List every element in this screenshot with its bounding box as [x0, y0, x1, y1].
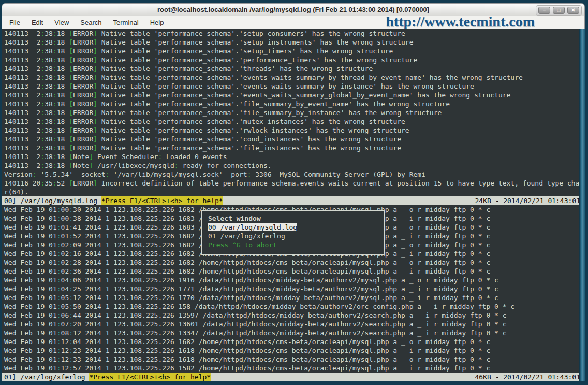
- dialog-abort-hint: Press ^G to abort: [208, 240, 384, 249]
- pane-label: 00] /var/log/mysqld.log: [4, 196, 101, 205]
- log-line: 140113 2:38:18 [ERROR] Native table 'per…: [4, 108, 585, 117]
- maximize-icon: □: [557, 7, 560, 13]
- log-line: 140113 2:38:18 [ERROR] Native table 'per…: [4, 135, 585, 144]
- close-button[interactable]: ✕: [567, 7, 579, 14]
- mysqld-status-bar: 00] /var/log/mysqld.log *Press F1/<CTRL>…: [2, 196, 585, 205]
- log-line: 140116 20:35:52 [ERROR] Incorrect defini…: [4, 179, 585, 188]
- maximize-button[interactable]: □: [553, 7, 565, 14]
- log-line: Wed Feb 19 01:12:33 2014 1 123.108.225.2…: [4, 355, 585, 364]
- log-line: 140113 2:38:18 [ERROR] Native table 'per…: [4, 91, 585, 99]
- log-line: 140113 2:38:18 [ERROR] Native table 'per…: [4, 47, 585, 55]
- dialog-item-xferlog[interactable]: 01 /var/log/xferlog: [208, 232, 384, 240]
- menu-item-help[interactable]: Help: [150, 19, 164, 26]
- log-line: 140113 2:38:18 [ERROR] Native table 'per…: [4, 126, 585, 135]
- log-line: Wed Feb 19 01:12:23 2014 1 123.108.225.2…: [4, 346, 585, 355]
- log-line: Wed Feb 19 01:04:25 2014 1 123.108.225.2…: [4, 284, 585, 293]
- log-line: 140113 2:38:18 [ERROR] Native table 'per…: [4, 117, 585, 126]
- tecmint-watermark: http://www.tecmint.com: [386, 13, 535, 30]
- log-line: 140113 2:38:18 [ERROR] Native table 'per…: [4, 55, 585, 64]
- selected-item-label: 00 /var/log/mysqld.log: [208, 223, 297, 231]
- log-line: r(64).: [4, 188, 585, 196]
- log-line: Wed Feb 19 01:08:12 2014 1 123.108.225.2…: [4, 329, 585, 337]
- log-line: 140113 2:38:18 [ERROR] Native table 'per…: [4, 99, 585, 108]
- xferlog-status-bar: 01] /var/log/xferlog *Press F1/<CTRL>+<h…: [2, 373, 585, 381]
- dialog-item-mysqld[interactable]: 00 /var/log/mysqld.log: [208, 223, 384, 232]
- log-line: Wed Feb 19 01:05:12 2014 1 123.108.225.2…: [4, 293, 585, 302]
- file-size-timestamp: 46KB - 2014/02/21 01:43:01: [475, 373, 581, 381]
- menu-item-edit[interactable]: Edit: [32, 19, 43, 26]
- window-controls: – □ ✕: [536, 5, 582, 16]
- minimize-button[interactable]: –: [538, 7, 550, 14]
- desktop-background: { "window": { "title": "root@localhost.l…: [0, 0, 588, 385]
- log-line: 140113 2:38:18 [Note] Event Scheduler: L…: [4, 152, 585, 161]
- terminal: 140113 2:38:18 [ERROR] Native table 'per…: [2, 29, 585, 381]
- dialog-title: Select window: [208, 214, 384, 223]
- log-line: Wed Feb 19 01:05:50 2014 1 123.108.225.2…: [4, 302, 585, 311]
- log-line: Wed Feb 19 01:02:36 2014 1 123.108.225.2…: [4, 267, 585, 276]
- log-line: 140113 2:38:18 [ERROR] Native table 'per…: [4, 73, 585, 82]
- log-line: 140113 2:38:18 [ERROR] Native table 'per…: [4, 82, 585, 91]
- mysqld-log-pane: 140113 2:38:18 [ERROR] Native table 'per…: [2, 29, 585, 196]
- log-line: Wed Feb 19 01:12:04 2014 1 123.108.225.2…: [4, 337, 585, 346]
- pane-label: 01] /var/log/xferlog: [4, 373, 89, 381]
- menu-item-terminal[interactable]: Terminal: [113, 19, 139, 26]
- log-line: 140113 2:38:18 [ERROR] Native table 'per…: [4, 29, 585, 38]
- menu-bar: File Edit View Search Terminal Help http…: [2, 16, 585, 29]
- log-line: Wed Feb 19 01:06:44 2014 1 123.108.225.2…: [4, 311, 585, 320]
- menu-item-view[interactable]: View: [54, 19, 69, 26]
- help-hint-badge: *Press F1/<CTRL>+<h> for help*: [89, 373, 211, 381]
- item-label: 01 /var/log/xferlog: [208, 232, 285, 240]
- minimize-icon: –: [543, 7, 546, 13]
- log-line: 140113 2:38:18 [ERROR] Native table 'per…: [4, 64, 585, 73]
- log-line: 140113 2:38:18 [ERROR] Native table 'per…: [4, 144, 585, 152]
- menu-item-search[interactable]: Search: [80, 19, 101, 26]
- close-icon: ✕: [571, 7, 575, 13]
- window-title: root@localhost.localdomain /var/log/mysq…: [157, 6, 429, 13]
- log-line: 140113 2:38:18 [Note] /usr/libexec/mysql…: [4, 161, 585, 170]
- help-hint-badge: *Press F1/<CTRL>+<h> for help*: [101, 196, 223, 205]
- window-border-right: [579, 29, 585, 381]
- file-size-timestamp: 24KB - 2014/02/21 01:43:01: [475, 196, 581, 205]
- log-line: Wed Feb 19 01:02:28 2014 1 123.108.225.2…: [4, 258, 585, 267]
- menu-item-file[interactable]: File: [9, 19, 20, 26]
- log-line: Version: '5.5.34' socket: '/var/lib/mysq…: [4, 170, 585, 179]
- log-line: Wed Feb 19 01:12:57 2014 1 123.108.225.2…: [4, 364, 585, 373]
- log-line: Wed Feb 19 01:04:06 2014 1 123.108.225.2…: [4, 276, 585, 284]
- log-line: 140113 2:38:18 [ERROR] Native table 'per…: [4, 38, 585, 47]
- select-window-dialog: Select window 00 /var/log/mysqld.log 01 …: [201, 210, 385, 255]
- terminal-window: root@localhost.localdomain /var/log/mysq…: [2, 3, 585, 382]
- log-line: Wed Feb 19 01:07:20 2014 1 123.108.225.2…: [4, 320, 585, 329]
